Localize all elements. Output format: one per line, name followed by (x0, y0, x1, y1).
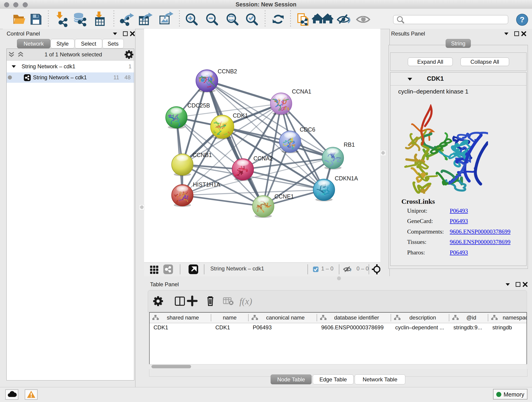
svg-text:HIST1H1A: HIST1H1A (193, 181, 220, 188)
svg-text:f(x): f(x) (239, 296, 252, 306)
svg-text:CCNB2: CCNB2 (218, 68, 237, 75)
svg-text:shared name: shared name (167, 314, 199, 321)
svg-text:database identifier: database identifier (334, 314, 379, 321)
svg-text:CDC25B: CDC25B (187, 102, 210, 109)
svg-text:CCNE1: CCNE1 (274, 193, 294, 200)
svg-text:CCNA2: CCNA2 (253, 155, 273, 162)
svg-text:description: description (409, 314, 436, 321)
svg-text:RB1: RB1 (344, 141, 355, 148)
svg-text:CCNB1: CCNB1 (192, 152, 212, 158)
svg-text:CDK1: CDK1 (233, 112, 248, 119)
svg-text:CCNA1: CCNA1 (292, 88, 311, 95)
svg-text:namespace: namespace (503, 314, 527, 321)
svg-text:CDC6: CDC6 (300, 126, 315, 133)
svg-text:canonical name: canonical name (266, 314, 304, 321)
svg-text:CDKN1A: CDKN1A (335, 175, 358, 182)
svg-text:@id: @id (466, 314, 476, 321)
svg-text:name: name (223, 314, 236, 321)
